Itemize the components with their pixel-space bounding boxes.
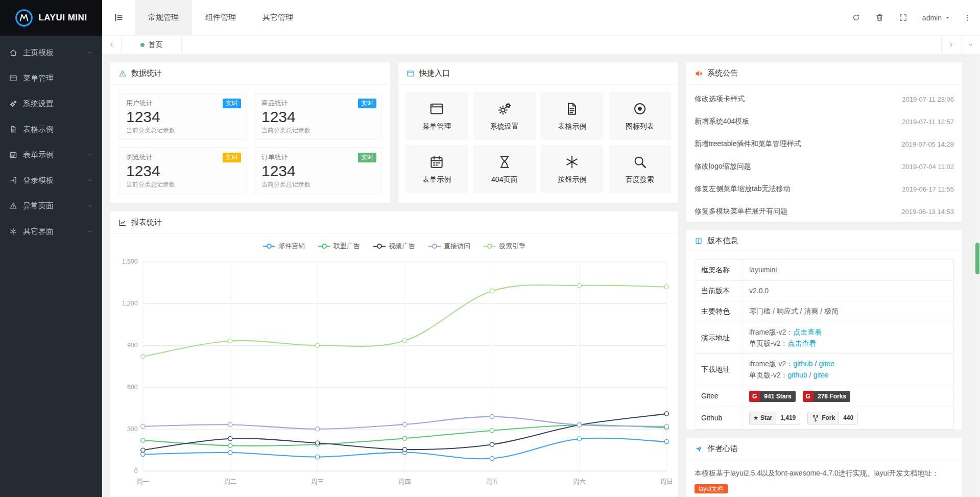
sidebar-item-label: 登录模板 xyxy=(23,176,54,185)
sidebar-item-label: 系统设置 xyxy=(23,99,54,109)
download-onepage-github-link[interactable]: github xyxy=(787,371,807,379)
stat-label: 商品统计 xyxy=(261,99,374,108)
gitee-forks-count: 278 Forks xyxy=(814,391,850,403)
legend-item[interactable]: 联盟广告 xyxy=(318,242,360,251)
page-tabbar: 首页 xyxy=(102,36,980,54)
quick-entry-button[interactable]: 按钮示例 xyxy=(541,145,604,193)
scrollbar-track[interactable] xyxy=(975,54,980,497)
sidebar-item-login-template[interactable]: 登录模板 xyxy=(0,168,102,193)
svg-text:周三: 周三 xyxy=(311,478,324,485)
notice-date: 2019-07-11 23:06 xyxy=(902,96,954,103)
chart-line-icon xyxy=(118,219,127,227)
download-iframe-gitee-link[interactable]: gitee xyxy=(819,360,834,368)
legend-item[interactable]: 直接访问 xyxy=(428,242,470,251)
tab-scroll-left-button[interactable] xyxy=(102,36,122,54)
tabbar-spacer xyxy=(182,36,941,54)
quick-entry-404[interactable]: 404页面 xyxy=(473,145,536,193)
notice-item[interactable]: 修改选项卡样式 2019-07-11 23:06 xyxy=(695,88,954,110)
top-tab-label: 其它管理 xyxy=(262,13,293,22)
notice-item[interactable]: 修改logo缩放问题 2019-07-04 11:02 xyxy=(695,155,954,178)
quick-entry-label: 表格示例 xyxy=(558,122,586,131)
download-iframe-github-link[interactable]: github xyxy=(793,360,812,368)
sidebar-item-table-example[interactable]: 表格示例 xyxy=(0,116,102,142)
gears-icon xyxy=(9,100,17,108)
report-card: 报表统计 邮件营销联盟广告视频广告直接访问搜索引擎 03006009001,20… xyxy=(110,211,678,497)
notice-text: 修复左侧菜单缩放tab无法移动 xyxy=(695,184,790,194)
notice-date: 2019-07-04 11:02 xyxy=(902,163,954,171)
version-card-header: 版本信息 xyxy=(686,230,962,252)
quick-entry-form[interactable]: 表单示例 xyxy=(405,145,468,193)
user-dropdown[interactable]: admin xyxy=(915,0,958,35)
demo-iframe-link[interactable]: 点击查看 xyxy=(793,328,822,336)
github-fork-badge[interactable]: Fork 440 xyxy=(807,412,858,424)
logo[interactable]: LAYUI MINI xyxy=(0,0,102,36)
row-label: Github xyxy=(695,407,743,430)
quick-entry-label: 菜单管理 xyxy=(422,122,451,131)
svg-text:周二: 周二 xyxy=(224,478,236,485)
tab-scroll-right-button[interactable] xyxy=(941,36,961,54)
refresh-icon xyxy=(852,13,861,22)
more-menu-button[interactable] xyxy=(958,0,977,35)
row-label: 主要特色 xyxy=(695,301,743,322)
legend-item[interactable]: 搜索引擎 xyxy=(484,242,525,251)
window-icon xyxy=(407,69,415,78)
layui-doc-badge[interactable]: layui文档 xyxy=(695,484,728,493)
github-fork-count: 440 xyxy=(839,412,857,424)
sidebar-item-form-example[interactable]: 表单示例 xyxy=(0,142,102,168)
notice-date: 2019-07-11 12:57 xyxy=(902,118,954,126)
github-star-badge[interactable]: ★Star 1,419 xyxy=(749,412,800,424)
top-tab-components[interactable]: 组件管理 xyxy=(192,0,249,35)
window-icon xyxy=(9,74,17,82)
stat-value: 1234 xyxy=(261,108,374,126)
sidebar-item-error-pages[interactable]: 异常页面 xyxy=(0,193,102,219)
ellipsis-vertical-icon xyxy=(963,14,971,22)
star-icon: ★ xyxy=(753,415,758,421)
sidebar-item-home-template[interactable]: 主页模板 xyxy=(0,40,102,65)
sidebar-item-label: 异常页面 xyxy=(23,201,54,211)
quick-entry-icons[interactable]: 图标列表 xyxy=(609,92,672,140)
notice-card: 系统公告 修改选项卡样式 2019-07-11 23:06 新增系统404模板 … xyxy=(686,62,962,222)
demo-onepage-link[interactable]: 点击查看 xyxy=(787,339,816,347)
gitee-stars-badge[interactable]: G 941 Stars xyxy=(749,391,796,403)
sidebar-item-other-ui[interactable]: 其它界面 xyxy=(0,219,102,244)
gitee-forks-badge[interactable]: G 278 Forks xyxy=(803,391,850,403)
row-label: 演示地址 xyxy=(695,322,743,354)
sidebar-item-menu-management[interactable]: 菜单管理 xyxy=(0,65,102,91)
notice-item[interactable]: 新增treetable插件和菜单管理样式 2019-07-05 14:28 xyxy=(695,133,954,155)
refresh-button[interactable] xyxy=(845,0,868,35)
status-badge: 实时 xyxy=(223,153,241,162)
legend-item[interactable]: 邮件营销 xyxy=(263,242,305,251)
link-separator: / xyxy=(807,371,814,379)
table-row: 下载地址 iframe版-v2：github/gitee 单页版-v2：gith… xyxy=(695,354,954,386)
sidebar-item-system-settings[interactable]: 系统设置 xyxy=(0,91,102,116)
legend-label: 视频广告 xyxy=(389,242,415,251)
quick-entry-settings[interactable]: 系统设置 xyxy=(473,92,536,140)
quick-entry-label: 404页面 xyxy=(491,175,517,184)
bullhorn-icon xyxy=(695,69,703,78)
chevron-down-icon xyxy=(967,41,974,48)
top-tab-other[interactable]: 其它管理 xyxy=(249,0,306,35)
tab-operations-button[interactable] xyxy=(961,36,980,54)
chevron-down-icon xyxy=(87,177,93,183)
tab-home[interactable]: 首页 xyxy=(122,36,182,54)
fullscreen-button[interactable] xyxy=(892,0,915,35)
collapse-sidebar-button[interactable] xyxy=(102,0,135,35)
legend-item[interactable]: 视频广告 xyxy=(373,242,415,251)
notice-item[interactable]: 修复左侧菜单缩放tab无法移动 2019-06-17 11:55 xyxy=(695,178,954,200)
sidebar: LAYUI MINI 主页模板 菜单管理 系统设置 表格示例 表单 xyxy=(0,0,102,497)
legend-label: 邮件营销 xyxy=(278,242,305,251)
notice-item[interactable]: 新增系统404模板 2019-07-11 12:57 xyxy=(695,110,954,133)
quick-entry-menu[interactable]: 菜单管理 xyxy=(405,92,468,140)
line-chart: 03006009001,2001,500周一周二周三周四周五周六周日 xyxy=(110,255,678,487)
stat-value: 1234 xyxy=(261,162,374,180)
quick-entry-baidu[interactable]: 百度搜索 xyxy=(609,145,672,193)
warning-icon xyxy=(118,69,127,78)
scrollbar-thumb[interactable] xyxy=(975,243,979,274)
notice-item[interactable]: 修复多模块菜单栏展开有问题 2019-06-13 14:53 xyxy=(695,200,954,223)
sidebar-item-label: 主页模板 xyxy=(23,48,54,58)
top-nav: 常规管理 组件管理 其它管理 xyxy=(135,0,306,35)
clear-cache-button[interactable] xyxy=(868,0,892,35)
download-onepage-gitee-link[interactable]: gitee xyxy=(814,371,829,379)
top-tab-general[interactable]: 常规管理 xyxy=(135,0,192,35)
quick-entry-table[interactable]: 表格示例 xyxy=(541,92,604,140)
